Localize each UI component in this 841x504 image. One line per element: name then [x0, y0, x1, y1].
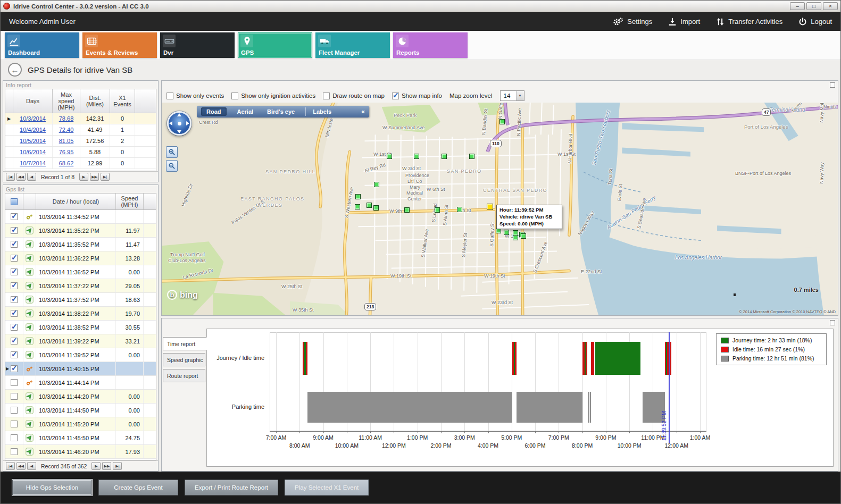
export-print-route-report-button[interactable]: Export / Print Route Report [185, 480, 278, 495]
pager-first-button[interactable]: |◀ [6, 462, 15, 470]
select-all-header[interactable] [5, 194, 23, 209]
row-checkbox[interactable] [11, 241, 18, 248]
row-select-cell[interactable]: ▶ [5, 362, 23, 375]
day-link[interactable]: 10/4/2014 [20, 127, 46, 133]
gps-row[interactable]: 10/3/2014 11:45:20 PM0.00 [5, 417, 156, 431]
pager-prev-button[interactable]: ◀ [27, 173, 36, 181]
max-speed-link[interactable]: 68.62 [59, 160, 74, 166]
row-select-cell[interactable] [5, 321, 23, 334]
route-marker[interactable] [367, 203, 372, 208]
route-marker[interactable] [404, 207, 410, 213]
gps-row[interactable]: 10/3/2014 11:39:52 PM0.00 [5, 348, 156, 362]
nav-tab-dvr[interactable]: Dvr [160, 32, 235, 58]
route-marker[interactable] [435, 207, 440, 213]
pager-next-button[interactable]: ▶ [79, 173, 88, 181]
nav-tab-gps[interactable]: GPS [238, 32, 312, 58]
route-marker[interactable] [521, 233, 526, 239]
gps-row[interactable]: 10/3/2014 11:38:52 PM30.55 [5, 321, 156, 334]
map-zoom-in-button[interactable] [166, 146, 178, 158]
checkbox-show-only-ignition-activities[interactable]: Show only ignition activities [231, 93, 315, 99]
gps-row[interactable]: 10/3/2014 11:44:20 PM0.00 [5, 390, 156, 404]
row-select-cell[interactable] [5, 445, 23, 458]
pager-last-button[interactable]: ▶| [101, 173, 110, 181]
row-checkbox[interactable] [11, 255, 18, 262]
day-link[interactable]: 10/6/2014 [20, 149, 46, 155]
gps-row[interactable]: 10/3/2014 11:44:14 PM [5, 376, 156, 390]
pager-prev-page-button[interactable]: ◀◀ [16, 462, 26, 470]
row-select-cell[interactable] [5, 238, 23, 251]
row-checkbox[interactable] [11, 434, 18, 441]
gps-row[interactable]: ▶10/3/2014 11:40:15 PM [5, 362, 156, 376]
info-row[interactable]: 10/5/201481.05172.562 [5, 136, 156, 147]
close-button[interactable]: × [823, 2, 838, 10]
gps-row[interactable]: 10/3/2014 11:44:50 PM0.00 [5, 404, 156, 417]
row-checkbox[interactable] [11, 393, 18, 400]
row-checkbox[interactable] [11, 448, 18, 455]
checkbox-show-only-events[interactable]: Show only events [166, 93, 224, 99]
maximize-button[interactable]: □ [806, 2, 821, 10]
route-marker[interactable] [373, 205, 379, 211]
gps-row[interactable]: 10/3/2014 11:37:22 PM29.05 [5, 279, 156, 293]
route-marker[interactable] [387, 154, 392, 159]
selected-route-marker[interactable] [487, 204, 493, 210]
logout-button[interactable]: Logout [798, 18, 832, 26]
row-select-cell[interactable] [5, 293, 23, 306]
chart-tab-speed-graphic[interactable]: Speed graphic [163, 353, 205, 366]
row-select-cell[interactable] [5, 417, 23, 431]
row-select-cell[interactable] [5, 348, 23, 362]
route-marker[interactable] [469, 154, 474, 159]
row-select-cell[interactable] [5, 431, 23, 444]
row-checkbox[interactable] [11, 310, 18, 317]
chart-tab-route-report[interactable]: Route report [163, 369, 205, 382]
row-checkbox[interactable] [11, 365, 18, 372]
row-checkbox[interactable] [11, 338, 18, 345]
gps-row[interactable]: 10/3/2014 11:36:52 PM0.00 [5, 265, 156, 279]
row-checkbox[interactable] [11, 296, 18, 303]
route-marker[interactable] [513, 235, 518, 240]
gps-row[interactable]: 10/3/2014 11:38:22 PM19.70 [5, 307, 156, 321]
route-marker[interactable] [504, 230, 509, 235]
day-link[interactable]: 10/5/2014 [20, 138, 46, 144]
nav-tab-dashboard[interactable]: Dashboard [5, 32, 79, 58]
route-marker[interactable] [414, 154, 419, 159]
map-zoom-out-button[interactable] [166, 160, 178, 172]
row-select-cell[interactable] [5, 251, 23, 265]
gps-row[interactable]: 10/3/2014 11:36:22 PM13.28 [5, 251, 156, 265]
settings-button[interactable]: Settings [613, 17, 652, 26]
import-button[interactable]: Import [668, 18, 700, 26]
row-select-cell[interactable] [5, 279, 23, 292]
gps-row[interactable]: 10/3/2014 11:35:22 PM11.97 [5, 224, 156, 238]
gps-row[interactable]: 10/3/2014 11:39:22 PM33.21 [5, 334, 156, 348]
pager-prev-page-button[interactable]: ◀◀ [16, 173, 26, 181]
transfer-activities-button[interactable]: Transfer Activities [716, 18, 782, 26]
row-select-cell[interactable] [5, 224, 23, 237]
day-link[interactable]: 10/3/2014 [20, 115, 46, 122]
map-zoom-select[interactable]: 14 [500, 90, 524, 101]
row-checkbox[interactable] [11, 282, 18, 289]
day-link[interactable]: 10/7/2014 [20, 160, 46, 166]
row-checkbox[interactable] [11, 268, 18, 275]
route-marker[interactable] [499, 119, 505, 124]
row-select-cell[interactable] [5, 390, 23, 403]
hide-gps-selection-button[interactable]: Hide Gps Selection [12, 480, 92, 495]
map-view-tab-road[interactable]: Road [201, 107, 227, 116]
info-row[interactable]: ▶10/3/201478.68142.310 [5, 113, 156, 124]
minimize-button[interactable]: – [790, 2, 805, 10]
max-speed-link[interactable]: 78.68 [59, 115, 74, 122]
pager-last-button[interactable]: ▶| [113, 462, 122, 470]
pager-next-page-button[interactable]: ▶▶ [102, 462, 111, 470]
row-select-cell[interactable] [5, 265, 23, 279]
map[interactable]: Crest RdPeck ParkW Summerland AveMirales… [162, 103, 838, 315]
map-view-tab-labels[interactable]: Labels [305, 107, 335, 116]
row-select-cell[interactable] [5, 404, 23, 417]
nav-tab-fleet-manager[interactable]: Fleet Manager [315, 32, 390, 58]
row-checkbox[interactable] [11, 379, 18, 386]
gps-row[interactable]: 10/3/2014 11:35:52 PM11.47 [5, 238, 156, 251]
row-checkbox[interactable] [11, 227, 18, 234]
row-select-cell[interactable] [5, 376, 23, 389]
map-compass-control[interactable] [167, 111, 191, 136]
row-checkbox[interactable] [11, 324, 18, 331]
pager-next-button[interactable]: ▶ [91, 462, 101, 470]
checkbox-show-map-info[interactable]: Show map info [392, 93, 442, 99]
row-checkbox[interactable] [11, 213, 18, 220]
